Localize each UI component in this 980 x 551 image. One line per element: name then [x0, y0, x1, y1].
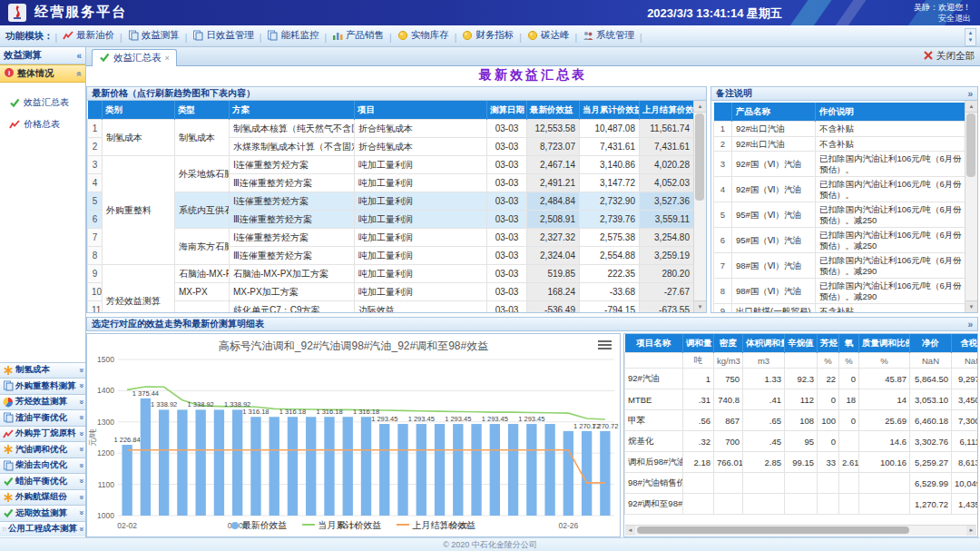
list-item[interactable]: 9出口航煤(一般贸易)不含补贴 [714, 304, 965, 313]
table-row[interactable]: 调和后98#汽油2.18766.012.8599.15332.61100.165… [625, 452, 978, 473]
price-table-vscrollbar[interactable]: ▲ ▼ [693, 101, 706, 312]
notes-table[interactable]: 产品名称作价说明192#出口汽油不含补贴292#出口汽油不含补贴392#国（Ⅵ）… [713, 103, 965, 312]
close-all-button[interactable]: 关闭全部 [923, 50, 975, 63]
sidebar-group-蜡油平衡优化[interactable]: 蜡油平衡优化» [0, 473, 85, 489]
list-item[interactable]: 695#国（Ⅵ）汽油已扣除国内汽油让利106元/吨（6月份预估）。减250 [714, 228, 965, 253]
ball-icon [462, 30, 473, 41]
notes-expand-icon[interactable]: » [967, 89, 973, 99]
sidebar-group-公用工程成本测算[interactable]: 公用工程成本测算» [0, 521, 85, 537]
table-row[interactable]: MTBE.31740.8.41112018143,053.103,450.00外… [625, 389, 978, 410]
scroll-up-arrow-icon[interactable]: ▲ [965, 101, 977, 113]
svg-text:元/吨: 元/吨 [88, 428, 97, 447]
menu-item-最新油价[interactable]: 最新油价 [59, 29, 118, 42]
sidebar-group-active[interactable]: i 整体情况 » [0, 64, 85, 83]
detail-cell: 700 [714, 431, 743, 452]
table-row[interactable]: 烷基化.32700.4595014.63,302.766,111.00外购异辛烷… [625, 431, 978, 452]
menu-item-产品销售[interactable]: 产品销售 [328, 29, 387, 42]
chevron-down-icon[interactable]: » [76, 431, 85, 436]
list-item[interactable]: 898#国（Ⅵ）汽油已扣除国内汽油让利106元/吨（6月份预估）。减290 [714, 279, 965, 304]
list-item[interactable]: 292#出口汽油不含补贴 [714, 136, 965, 152]
table-row[interactable]: 92#汽油17501.3392.322045.875,864.509,297.0… [625, 369, 978, 389]
sidebar-group-外购重整料测算[interactable]: 外购重整料测算» [0, 378, 85, 394]
cell-item: 吨加工量利润 [355, 174, 487, 192]
chevron-down-icon[interactable]: » [76, 399, 85, 404]
detail-col-header: 质量调和比例 [859, 334, 910, 353]
table-row[interactable]: 7海南东方石脑油Ⅰ连催重整芳烃方案吨加工量利润03-032,327.322,57… [88, 229, 694, 247]
menu-item-系统管理[interactable]: 系统管理 [579, 29, 638, 42]
table-row[interactable]: 9芳烃效益测算石脑油-MX-PX石脑油-MX-PX加工方案吨加工量利润03-03… [88, 265, 694, 283]
chevron-down-icon[interactable]: » [76, 416, 85, 420]
sidebar-group-柴油去向优化[interactable]: 柴油去向优化» [0, 458, 85, 474]
sidebar-group-芳烃效益测算[interactable]: 芳烃效益测算» [0, 394, 85, 410]
scrollbar-thumb[interactable] [966, 113, 975, 177]
table-row[interactable]: 1制氢成本制氢成本制氢成本核算（纯天然气不含固定费用）折合纯氢成本03-0312… [88, 120, 694, 138]
table-row[interactable]: 92#调和至98#效益1,270.721,435.91 [625, 494, 978, 515]
table-row[interactable]: 甲苯.56867.65108100025.696,460.187,300.00外… [625, 410, 978, 431]
chevron-down-icon[interactable]: » [76, 368, 85, 372]
chart-line-icon [9, 119, 20, 130]
chevron-down-icon[interactable]: » [76, 463, 85, 467]
chevron-down-icon[interactable]: » [76, 526, 85, 531]
scroll-down-arrow-icon[interactable]: ▼ [965, 300, 977, 312]
menu-item-label: 实物库存 [411, 29, 449, 42]
scroll-down-arrow-icon[interactable]: ▼ [694, 300, 706, 312]
price-col-header: 项目 [355, 101, 487, 120]
sidebar-group-外购异丁烷原料[interactable]: 外购异丁烷原料» [0, 426, 85, 442]
chevron-up-icon[interactable]: » [74, 71, 84, 76]
list-item[interactable]: 798#国（Ⅵ）汽油已扣除国内汽油让利106元/吨（6月份预估）。减290 [714, 253, 965, 279]
blend-detail-table[interactable]: 项目名称调和量密度体积调和量辛烷值芳烃氧质量调和比例净价含税价作价原则吨kg/m… [624, 334, 977, 515]
chevron-down-icon[interactable]: » [76, 495, 85, 499]
sidebar-group-制氢成本[interactable]: 制氢成本» [0, 362, 85, 379]
detail-hscrollbar[interactable]: ◄ ► [625, 525, 976, 536]
detail-cell: 10,049.00 [952, 473, 978, 494]
legend-item[interactable]: 上月结算价效益 [397, 519, 476, 532]
table-row[interactable]: 11歧化效益歧化单元C7：C9方案边际效益03-03-536.49-794.15… [88, 301, 694, 313]
detail-cell: 5,259.27 [910, 452, 952, 473]
latest-price-table[interactable]: 类别类型方案项目测算日期最新价效益当月累计价效益上月结算价效益1制氢成本制氢成本… [87, 101, 693, 312]
legend-item[interactable]: 最新价效益 [231, 519, 288, 532]
menu-item-实物库存[interactable]: 实物库存 [394, 29, 453, 42]
menu-item-能耗监控[interactable]: 能耗监控 [263, 29, 322, 42]
menu-item-碳达峰[interactable]: 碳达峰 [524, 29, 573, 42]
sidebar-group-label: 芳烃效益测算 [15, 396, 67, 408]
table-row[interactable]: 5系统内互供石脑油Ⅰ连催重整芳烃方案吨加工量利润03-032,484.842,7… [88, 192, 694, 211]
logout-link[interactable]: 安全退出 [914, 13, 971, 24]
sidebar-item-价格总表[interactable]: 价格总表 [9, 113, 85, 135]
list-item[interactable]: 392#国（Ⅵ）汽油已扣除国内汽油让利106元/吨（6月份预估）。 [714, 152, 965, 177]
table-row[interactable]: 3外购重整料外采地炼石脑油Ⅰ连催重整芳烃方案吨加工量利润03-032,467.1… [88, 156, 694, 174]
menu-item-效益测算[interactable]: 效益测算 [124, 29, 183, 42]
scrollbar-thumb[interactable] [637, 526, 909, 534]
menu-item-财务指标[interactable]: 财务指标 [458, 29, 517, 42]
chevron-down-icon[interactable]: » [76, 384, 85, 389]
table-row[interactable]: 10MX-PXMX-PX加工方案吨加工量利润03-03168.24-33.68-… [88, 283, 694, 301]
table-row[interactable]: 98#汽油销售价格6,529.9910,049.00外销国VI98#汽油 [625, 473, 978, 494]
scroll-right-arrow-icon[interactable]: ► [966, 526, 976, 536]
sidebar-group-外购航煤组份[interactable]: 外购航煤组份» [0, 489, 85, 506]
scroll-left-arrow-icon[interactable]: ◄ [625, 526, 635, 536]
chevron-down-icon[interactable]: » [76, 479, 85, 484]
sidebar-collapse-icon[interactable]: « [76, 51, 82, 61]
tab-close-icon[interactable]: × [165, 54, 170, 63]
sidebar-item-效益汇总表[interactable]: 效益汇总表 [9, 92, 85, 113]
sidebar-group-label: 柴油去向优化 [15, 459, 67, 471]
list-item[interactable]: 192#出口汽油不含补贴 [714, 122, 965, 137]
sidebar-group-渣油平衡优化[interactable]: 渣油平衡优化» [0, 409, 85, 426]
trend-expand-icon[interactable]: » [967, 320, 973, 330]
sidebar-group-远期效益测算[interactable]: 远期效益测算» [0, 505, 85, 521]
list-item[interactable]: 595#国（Ⅵ）汽油已扣除国内汽油让利106元/吨（6月份预估）。减250 [714, 202, 965, 228]
chart-hamburger-menu-icon[interactable] [598, 340, 612, 350]
menubar-scroll-spinner[interactable]: ▲▼ [965, 28, 976, 46]
legend-item[interactable]: 当月累计价效益 [302, 519, 382, 532]
menu-item-日效益管理[interactable]: 日效益管理 [189, 29, 258, 42]
scrollbar-thumb[interactable] [695, 113, 704, 201]
notes-vscrollbar[interactable]: ▲ ▼ [965, 101, 977, 312]
cell-prev: 11,561.74 [640, 120, 694, 138]
tab-benefit-summary[interactable]: 效益汇总表 × [92, 49, 177, 66]
chevron-down-icon[interactable]: » [76, 511, 85, 516]
sidebar-group-汽油调和优化[interactable]: 汽油调和优化» [0, 441, 85, 458]
chevron-down-icon[interactable]: » [76, 448, 85, 452]
detail-col-header: 净价 [910, 334, 952, 353]
scroll-up-arrow-icon[interactable]: ▲ [694, 101, 706, 113]
price-col-header: 测算日期 [487, 101, 527, 120]
list-item[interactable]: 492#国（Ⅵ）汽油已扣除国内汽油让利106元/吨（6月份预估）。 [714, 177, 965, 202]
